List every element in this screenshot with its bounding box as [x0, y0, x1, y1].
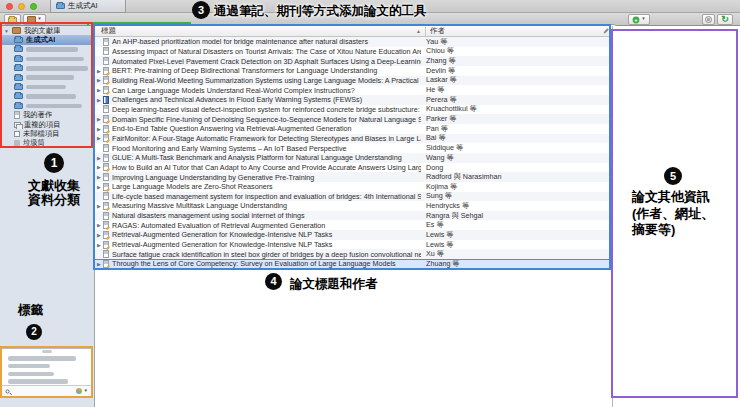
column-header-title[interactable]: 標題 ▲	[95, 26, 425, 36]
item-author: Kojima 等	[421, 182, 612, 192]
expander-icon[interactable]: ▶	[95, 184, 103, 190]
table-row[interactable]: Assessing impact of Natural Disasters on…	[95, 47, 612, 57]
expander-icon[interactable]: ▶	[95, 242, 103, 248]
table-row[interactable]: ▶Retrieval-Augmented Generation for Know…	[95, 240, 612, 250]
item-type-icon-wrap	[103, 86, 112, 94]
sidebar-item-redacted[interactable]	[0, 73, 94, 82]
expander-icon[interactable]: ▶	[95, 97, 103, 103]
item-details-pane	[612, 26, 740, 407]
redacted-label	[26, 57, 84, 62]
table-row[interactable]: An AHP-based prioritization model for br…	[95, 37, 612, 47]
item-title: Domain Specific Fine-tuning of Denoising…	[112, 115, 421, 124]
table-row[interactable]: ▶Building Real-World Meeting Summarizati…	[95, 76, 612, 86]
item-author: Laskar 等	[421, 75, 612, 85]
expander-icon[interactable]: ▶	[95, 116, 103, 122]
table-row[interactable]: ▶Challenges and Technical Advances in Fl…	[95, 95, 612, 105]
table-row[interactable]: ▶FairMonitor: A Four-Stage Automatic Fra…	[95, 134, 612, 144]
item-title: End-to-End Table Question Answering via …	[112, 124, 421, 133]
expander-icon[interactable]: ▶	[95, 203, 103, 209]
table-header: 標題 ▲ 作者	[95, 26, 612, 37]
table-row[interactable]: Natural disasters management using socia…	[95, 211, 612, 221]
expander-icon[interactable]: ▶	[95, 77, 103, 83]
expander-icon[interactable]: ▶	[95, 87, 103, 93]
sync-button[interactable]: ↻	[717, 14, 733, 25]
minimize-window-button[interactable]	[18, 3, 25, 10]
expander-icon[interactable]: ▶	[95, 155, 103, 161]
table-row[interactable]: ▶BERT: Pre-training of Deep Bidirectiona…	[95, 66, 612, 76]
disclosure-triangle-icon[interactable]: ▼	[4, 28, 9, 34]
expander-icon[interactable]: ▶	[95, 68, 103, 74]
table-row[interactable]: Automated Pixel-Level Pavement Crack Det…	[95, 56, 612, 66]
sidebar-item-redacted[interactable]	[0, 64, 94, 73]
toolbar: ▼ +▼ ▼ ▼ ▼ 所有欄位 & 標籤 +▼	[0, 13, 740, 26]
zoom-window-button[interactable]	[30, 3, 37, 10]
new-library-button[interactable]: ▼	[23, 14, 46, 25]
item-type-icon-wrap	[103, 221, 112, 229]
item-title: Deep learning-based visual defect-inspec…	[112, 105, 421, 114]
table-row[interactable]: ▶GLUE: A Multi-Task Benchmark and Analys…	[95, 153, 612, 163]
sidebar-item-redacted[interactable]	[0, 45, 94, 54]
table-row[interactable]: ▶Through the Lens of Core Competency: Su…	[95, 259, 612, 269]
table-row[interactable]: Deep learning-based visual defect-inspec…	[95, 105, 612, 115]
table-row[interactable]: ▶Retrieval-Augmented Generation for Know…	[95, 230, 612, 240]
column-header-author[interactable]: 作者	[426, 26, 612, 36]
tag-redacted[interactable]	[8, 356, 76, 361]
expander-icon[interactable]: ▶	[95, 261, 103, 267]
splitter-grip[interactable]	[42, 350, 52, 353]
close-window-button[interactable]	[6, 3, 13, 10]
sidebar-item-redacted[interactable]	[0, 101, 94, 110]
item-type-icon-wrap	[103, 144, 112, 152]
item-author: Sung 等	[421, 191, 612, 201]
item-author: Hendrycks 等	[421, 201, 612, 211]
sidebar-item-未歸檔項目[interactable]: 未歸檔項目	[0, 129, 94, 138]
redacted-label	[26, 75, 74, 80]
table-row[interactable]: ▶Improving Language Understanding by Gen…	[95, 172, 612, 182]
table-row[interactable]: ▶Measuring Massive Multitask Language Un…	[95, 201, 612, 211]
item-author: Radford 與 Narasimhan	[421, 172, 612, 182]
table-row[interactable]: ▶Domain Specific Fine-tuning of Denoisin…	[95, 114, 612, 124]
duplicate-items-icon	[14, 122, 21, 128]
expander-icon[interactable]: ▶	[95, 135, 103, 141]
table-row[interactable]: ▶How to Build an AI Tutor that Can Adapt…	[95, 163, 612, 173]
chevron-down-icon: ▼	[641, 17, 645, 22]
table-row[interactable]: Life-cycle based management system for i…	[95, 192, 612, 202]
item-author: Devlin 等	[421, 66, 612, 76]
table-row[interactable]: Surface fatigue crack identification in …	[95, 249, 612, 259]
expander-icon[interactable]: ▶	[95, 126, 103, 132]
table-row[interactable]: ▶Large Language Models are Zero-Shot Rea…	[95, 182, 612, 192]
sidebar-item-label: 我的著作	[23, 111, 52, 120]
item-type-icon-wrap	[103, 115, 112, 123]
sidebar-item-redacted[interactable]	[0, 54, 94, 63]
sidebar-item-重複的項目[interactable]: 重複的項目	[0, 120, 94, 129]
table-row[interactable]: ▶RAGAS: Automated Evaluation of Retrieva…	[95, 220, 612, 230]
table-row[interactable]: Flood Monitoring and Early Warning Syste…	[95, 143, 612, 153]
expander-icon[interactable]: ▶	[95, 164, 103, 170]
document-note-icon	[103, 260, 109, 268]
sidebar-item-label: 我的文獻庫	[24, 26, 60, 35]
sidebar-item-redacted[interactable]	[0, 82, 94, 91]
sidebar-item-我的文獻庫[interactable]: ▼我的文獻庫	[0, 26, 94, 35]
sidebar-item-我的著作[interactable]: 我的著作	[0, 111, 94, 120]
tag-redacted[interactable]	[8, 364, 50, 369]
add-dropdown-button[interactable]: +▼	[628, 14, 650, 25]
sort-ascending-icon: ▲	[416, 28, 421, 34]
tag-options-icon[interactable]	[76, 388, 82, 394]
tag-redacted[interactable]	[8, 379, 68, 384]
tag-redacted[interactable]	[8, 372, 54, 377]
column-picker-icon[interactable]	[603, 28, 608, 33]
item-title: Large Language Models are Zero-Shot Reas…	[112, 182, 421, 191]
document-note-icon	[103, 231, 109, 239]
table-row[interactable]: ▶Can Large Language Models Understand Re…	[95, 85, 612, 95]
expander-icon[interactable]: ▶	[95, 232, 103, 238]
tab-library[interactable]: 生成式AI	[50, 0, 126, 13]
item-author: Siddique 等	[421, 143, 612, 153]
sidebar-item-redacted[interactable]	[0, 92, 94, 101]
expander-icon[interactable]: ▶	[95, 174, 103, 180]
sidebar-item-垃圾筒[interactable]: 垃圾筒	[0, 139, 94, 148]
table-row[interactable]: ▶End-to-End Table Question Answering via…	[95, 124, 612, 134]
item-type-icon-wrap	[103, 212, 112, 220]
sidebar-item-生成式AI[interactable]: 生成式AI	[0, 35, 94, 44]
locate-button[interactable]	[702, 14, 715, 25]
new-collection-button[interactable]	[4, 14, 21, 25]
expander-icon[interactable]: ▶	[95, 222, 103, 228]
